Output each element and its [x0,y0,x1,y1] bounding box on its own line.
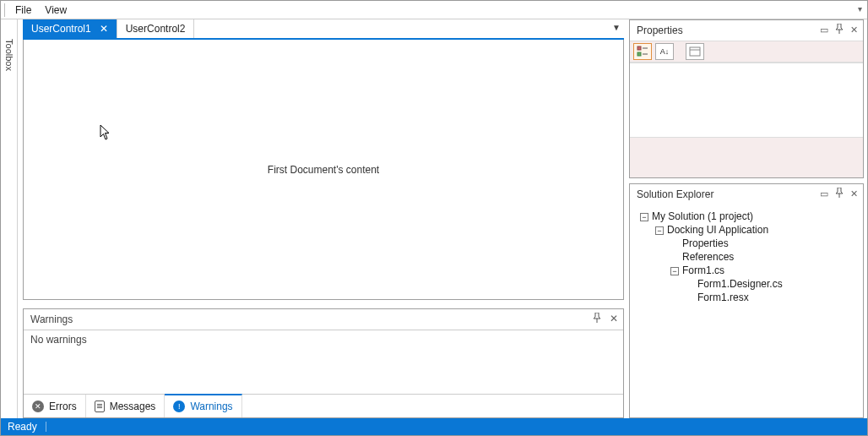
pin-icon[interactable] [835,188,844,199]
alphabetical-button[interactable]: A↓ [655,43,674,60]
tab-label: UserControl2 [126,23,186,35]
document-area[interactable]: First Document's content [23,40,624,300]
tab-errors-label: Errors [49,401,77,412]
error-icon: ✕ [32,401,44,412]
window-position-icon[interactable]: ▭ [820,25,828,35]
warnings-text: No warnings [30,334,87,346]
close-icon[interactable]: ✕ [100,23,108,35]
collapse-icon[interactable]: − [670,267,679,275]
warning-icon: ! [173,401,185,412]
tree-node-project[interactable]: −Docking UI Application Properties Refer… [652,223,856,304]
tree-node-resx[interactable]: Form1.resx [682,291,856,304]
menu-file[interactable]: File [8,3,38,18]
properties-header: Properties ▭ ✕ [630,20,863,41]
warnings-body: No warnings [24,330,623,394]
solution-tree[interactable]: −My Solution (1 project) −Docking UI App… [630,204,863,417]
status-text: Ready [8,421,37,433]
menu-view[interactable]: View [38,3,73,18]
warnings-header: Warnings ✕ [24,309,623,330]
tree-node-form[interactable]: −Form1.cs Form1.Designer.cs Form1.resx [667,264,856,304]
tab-errors[interactable]: ✕ Errors [24,395,86,417]
right-column: Properties ▭ ✕ A↓ [629,19,867,418]
status-bar: Ready [1,418,867,435]
collapse-icon[interactable]: − [640,213,648,221]
collapse-icon[interactable]: − [655,226,664,235]
properties-description [630,137,863,177]
solution-explorer-title: Solution Explorer [637,188,713,200]
window-position-icon[interactable]: ▭ [820,188,828,199]
menu-bar: File View ▾ [1,1,867,19]
tree-node-solution[interactable]: −My Solution (1 project) −Docking UI App… [637,210,856,304]
svg-rect-1 [637,52,641,56]
tab-usercontrol2[interactable]: UserControl2 [117,19,195,38]
tab-messages-label: Messages [110,401,156,412]
properties-toolbar: A↓ [630,41,863,63]
cursor-icon [100,124,111,144]
tab-label: UserControl1 [31,23,91,35]
tree-node-properties[interactable]: Properties [667,237,856,250]
message-icon [95,401,105,412]
tab-warnings-label: Warnings [190,401,232,412]
warnings-bottom-tabs: ✕ Errors Messages ! Warnings [24,394,623,417]
tab-usercontrol1[interactable]: UserControl1 ✕ [23,19,117,38]
toolbox-label: Toolbox [4,39,14,71]
toolbox-autohide-tab[interactable]: Toolbox [1,19,18,418]
svg-rect-0 [637,46,641,50]
solution-explorer-header: Solution Explorer ▭ ✕ [630,184,863,204]
tree-node-references[interactable]: References [667,250,856,264]
tree-node-designer[interactable]: Form1.Designer.cs [682,277,856,291]
tab-messages[interactable]: Messages [86,395,165,417]
categorized-button[interactable] [633,43,652,60]
center-column: UserControl1 ✕ UserControl2 ▼ First Docu… [23,19,624,418]
active-files-dropdown-icon[interactable]: ▼ [612,23,621,32]
document-content: First Document's content [268,164,379,176]
warnings-panel: Warnings ✕ No warnings ✕ Errors M [23,308,624,418]
tab-warnings[interactable]: ! Warnings [165,394,241,417]
chevron-down-icon[interactable]: ▾ [858,4,862,14]
close-icon[interactable]: ✕ [850,188,858,199]
properties-title: Properties [637,25,683,36]
close-icon[interactable]: ✕ [610,313,618,325]
menu-separator [4,3,5,17]
solution-explorer-window: Solution Explorer ▭ ✕ −My Solution (1 pr… [629,183,864,418]
pin-icon[interactable] [835,24,844,35]
properties-grid[interactable] [630,63,863,137]
warnings-title: Warnings [30,313,73,325]
document-tabs: UserControl1 ✕ UserControl2 ▼ [23,19,624,40]
property-pages-button[interactable] [686,43,704,60]
close-icon[interactable]: ✕ [850,25,858,35]
svg-rect-2 [690,47,700,56]
main-area: Toolbox UserControl1 ✕ UserControl2 ▼ Fi… [1,19,867,418]
pin-icon[interactable] [593,313,601,325]
status-divider [46,422,46,432]
properties-window: Properties ▭ ✕ A↓ [629,19,864,178]
